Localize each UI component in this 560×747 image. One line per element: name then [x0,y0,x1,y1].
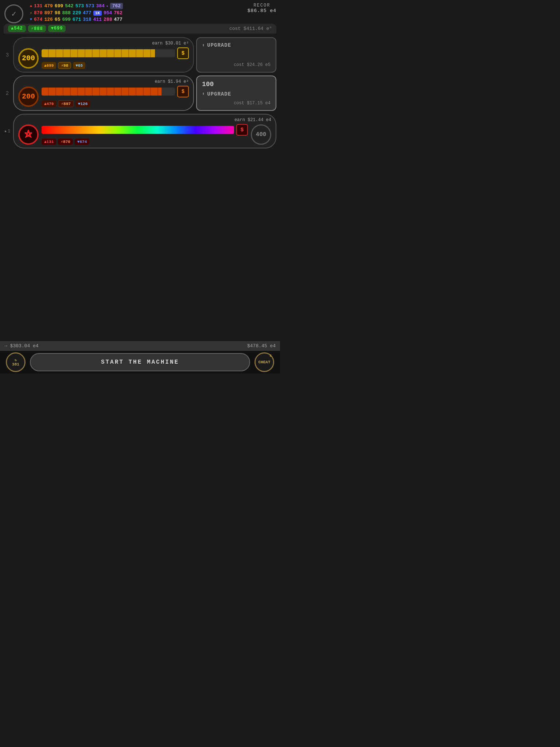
upgrade-panel-3: ⬆ UPGRADE cost $24.26 e5 [196,37,276,73]
bolt-icon: ⚡ [30,11,32,15]
badge-up-3[interactable]: ▲699 [42,62,56,69]
badge-down-1[interactable]: ▼674 [75,139,89,145]
cheat-label: CHEAT [258,360,270,364]
balance-left: → $303.04 e4 [4,343,39,349]
stat-row-up: ▲ 131 479 699 542 573 573 384 ● 762 [30,3,236,9]
stat-row-bolt: ⚡ 870 897 98 888 229 477 1K 954 762 [30,10,236,16]
machines-area: 3 earn $30.01 e² 200 $ ▲699 ⚡98 [0,35,280,151]
record-value: $86.85 e4 [248,8,276,13]
down-arrow-icon: ▼ [30,18,32,22]
earn-label-3: earn $30.01 e² [18,41,189,46]
check-button[interactable]: ✓ [4,4,23,23]
stat-highlight: 762 [110,3,123,9]
cheat-superscript: 5 [270,354,272,358]
dollar-btn-2[interactable]: $ [177,86,189,97]
progress-fill-2 [42,88,162,96]
badge-up-1[interactable]: ▲131 [42,139,56,145]
stat-val: 888 [62,10,70,16]
top-area: ✓ RECOR $86.85 e4 ▲ 131 479 699 542 573 … [0,0,280,35]
top-badge-down[interactable]: ▼699 [48,25,66,32]
balance-right: $478.45 e4 [247,343,276,349]
upgrade-cost-3: cost $24.26 e5 [202,62,271,67]
badge-bolt-1[interactable]: ⚡870 [58,139,73,145]
balance-bar: → $303.04 e4 $478.45 e4 [0,341,280,351]
stat-val: 411 [93,17,102,22]
upgrade-number-2: 100 [202,81,271,88]
top-cost-row: ▲542 ⚡888 ▼699 cost $411.64 e° [4,24,276,34]
stat-val: 65 [55,17,61,22]
machine-row-3: 3 earn $30.01 e² 200 $ ▲699 ⚡98 [4,37,276,73]
refresh-icon: ↻ [15,358,17,362]
progress-bar-3[interactable] [42,49,175,57]
top-badge-bolt[interactable]: ⚡888 [28,25,46,32]
progress-area-2: $ ▲479 ⚡897 ▼126 [42,86,189,107]
stat-val: 699 [62,17,70,22]
progress-bar-wrap-2: $ [42,86,189,97]
upgrade-arrow-icon-2: ⬆ [202,91,205,97]
stat-val: 671 [73,17,81,22]
machine-main-1: ⛤ $ ▲131 ⚡870 ▼674 400 [18,124,271,145]
stat-val: 762 [114,10,122,16]
machine-main-3: 200 $ ▲699 ⚡98 ▼65 [18,47,189,69]
upgrade-btn-3[interactable]: ⬆ UPGRADE [202,42,271,48]
machine-icon-3[interactable]: 200 [18,48,39,69]
machine-card-1: earn $21.44 e4 ⛤ $ ▲131 ⚡870 ▼674 [13,114,276,148]
check-icon: ✓ [11,9,16,19]
star-icon: ★ [4,128,7,134]
machine-card-2: earn $1.94 e² 200 $ ▲479 ⚡897 ▼126 [13,76,194,111]
upgrade-btn-2[interactable]: ⬆ UPGRADE [202,91,271,97]
stat-val: 573 [75,3,84,9]
machine-icon-2[interactable]: 200 [18,86,39,107]
upgrade-label-3: UPGRADE [207,42,231,48]
machine-card-3: earn $30.01 e² 200 $ ▲699 ⚡98 ▼65 [13,37,194,73]
stat-badges-1: ▲131 ⚡870 ▼674 [42,139,248,145]
stat-dot: ● [106,4,108,8]
badge-bolt-2[interactable]: ⚡897 [58,100,73,107]
stat-val: 477 [114,17,122,22]
badge-bolt-3[interactable]: ⚡98 [58,62,71,69]
counter-button[interactable]: ↻ 381 [6,352,26,372]
stat-val: 477 [83,10,91,16]
count-circle-1: 400 [251,124,271,145]
stats-rows: ▲ 131 479 699 542 573 573 384 ● 762 ⚡ 87… [30,3,236,22]
row-3-label: 3 [4,37,11,73]
stat-row-down: ▼ 674 126 65 699 671 318 411 288 477 [30,17,236,22]
badge-down-2[interactable]: ▼126 [75,100,90,107]
stat-val: 318 [83,17,91,22]
progress-bar-1[interactable] [42,126,234,134]
machine-main-2: 200 $ ▲479 ⚡897 ▼126 [18,86,189,107]
upgrade-panel-2: 100 ⬆ UPGRADE cost $17.15 e4 [196,76,276,111]
upgrade-cost-2: cost $17.15 e4 [202,101,271,106]
row-2-label: 2 [4,76,11,111]
progress-fill-3 [42,49,155,57]
progress-bar-2[interactable] [42,88,175,96]
stat-val: 126 [44,17,52,22]
stat-val: 897 [44,10,52,16]
machine-row-2: 2 earn $1.94 e² 200 $ ▲479 ⚡897 [4,76,276,111]
dollar-btn-1[interactable]: $ [236,124,248,136]
stat-val: 131 [34,3,42,9]
progress-bar-wrap-1: $ [42,124,248,136]
progress-area-1: $ ▲131 ⚡870 ▼674 [42,124,248,145]
progress-area-3: $ ▲699 ⚡98 ▼65 [42,47,189,69]
stat-val: 870 [34,10,42,16]
badge-up-2[interactable]: ▲479 [42,100,56,107]
dollar-btn-3[interactable]: $ [177,47,189,59]
upgrade-arrow-icon-3: ⬆ [202,43,205,48]
progress-fill-1 [42,126,234,134]
stat-val: 542 [65,3,73,9]
1k-badge: 1K [93,11,102,16]
stat-val: 288 [104,17,112,22]
machine-icon-1[interactable]: ⛤ [18,124,39,145]
row-1-label: ★1 [4,114,11,148]
top-badge-up[interactable]: ▲542 [8,25,26,32]
stat-val: 384 [96,3,104,9]
cheat-button[interactable]: CHEAT 5 [254,352,274,372]
start-machine-button[interactable]: START THE MACHINE [30,353,250,371]
machine-row-1: ★1 earn $21.44 e4 ⛤ $ ▲131 ⚡870 ▼674 [4,114,276,148]
badge-down-3[interactable]: ▼65 [73,62,85,69]
top-cost-text: cost $411.64 e° [229,26,272,31]
stat-val: 674 [34,17,42,22]
stat-val: 573 [86,3,94,9]
counter-label: 381 [12,362,19,367]
